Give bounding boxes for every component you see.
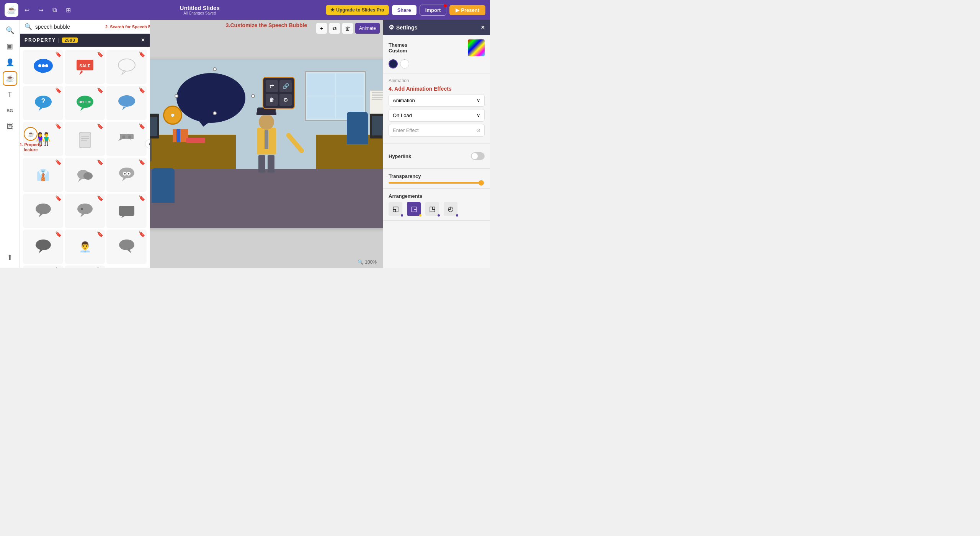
- background-icon-btn[interactable]: BG: [3, 103, 17, 118]
- topbar: ☕ ↩ ↪ ⧉ ⊞ Untitled Slides All Changes Sa…: [0, 0, 490, 20]
- settings-close-button[interactable]: ×: [481, 24, 485, 31]
- bookmark-icon-4: 🔖: [55, 87, 62, 93]
- text-icon-btn[interactable]: T: [3, 87, 17, 102]
- svg-point-46: [36, 239, 51, 250]
- monitor-right: [370, 114, 383, 138]
- chair-left: [152, 168, 175, 203]
- image-icon-btn[interactable]: 🖼: [3, 119, 17, 134]
- zoom-indicator: 🔍 100%: [358, 259, 377, 265]
- svg-marker-47: [39, 249, 42, 253]
- search-input[interactable]: [35, 24, 102, 30]
- canvas-area: ∧ ∨ + ⧉ 🗑 Animate 3.Customize the Speech…: [150, 20, 383, 268]
- svg-point-5: [45, 64, 48, 67]
- context-menu: ⇄ 🔗 🗑 ⚙: [263, 77, 295, 109]
- color-picker[interactable]: [468, 39, 485, 56]
- play-icon: ▶: [456, 7, 459, 13]
- arrangement-icon-3[interactable]: ◳: [425, 202, 439, 216]
- enter-effect-row[interactable]: Enter Effect ⊘: [389, 124, 485, 137]
- bookmark-icon-18: 🔖: [139, 231, 145, 237]
- grid-item-9[interactable]: 🔖: [106, 122, 147, 156]
- arrangement-icon-2[interactable]: ◲: [407, 202, 421, 216]
- grid-item-11[interactable]: 🔖: [65, 158, 105, 192]
- on-load-value[interactable]: On Load ∨: [389, 109, 485, 122]
- grid-item-15[interactable]: 🔖: [106, 194, 147, 228]
- svg-point-37: [128, 173, 129, 174]
- svg-rect-20: [79, 132, 91, 148]
- duplicate-button[interactable]: ⧉: [49, 5, 60, 15]
- transparency-slider-track: [389, 182, 485, 184]
- save-status: All Changes Saved: [183, 11, 216, 15]
- svg-marker-43: [80, 213, 84, 217]
- grid-item-18[interactable]: 🔖: [106, 230, 147, 264]
- search-bar: 🔍 2. Search for Speech Bubble ×: [20, 20, 150, 34]
- grid-item-20[interactable]: 🔖: [65, 266, 105, 268]
- ctx-settings-button[interactable]: ⚙: [279, 94, 292, 106]
- grid-item-1[interactable]: 🔖: [23, 50, 63, 84]
- transparency-slider-thumb[interactable]: [479, 180, 484, 186]
- color-swatch-dark[interactable]: [389, 59, 398, 68]
- grid-item-12[interactable]: 🔖: [106, 158, 147, 192]
- notification-dot: [444, 4, 447, 7]
- on-load-chevron: ∨: [477, 112, 480, 118]
- grid-item-6[interactable]: 🔖: [106, 86, 147, 120]
- grid-item-10[interactable]: 🔖 👔: [23, 158, 63, 192]
- svg-marker-14: [39, 107, 42, 111]
- ctx-link-button[interactable]: 🔗: [279, 80, 292, 92]
- hyperlink-toggle-row: Hyperlink: [389, 148, 485, 164]
- property-icon-circle[interactable]: ☕: [24, 127, 38, 141]
- arrangement-icon-1[interactable]: ◱: [389, 202, 402, 216]
- property-feature-label: 1. Property feature: [20, 142, 42, 152]
- property-close-button[interactable]: ×: [141, 37, 145, 44]
- upgrade-button[interactable]: ★ Upgrade to Slides Pro: [326, 5, 389, 15]
- property-label: PROPERTY: [24, 37, 56, 43]
- grid-item-17[interactable]: 🔖 👨‍💼: [65, 230, 105, 264]
- topbar-right: ★ Upgrade to Slides Pro Share Import ▶ P…: [326, 5, 485, 16]
- delete-element-button[interactable]: 🗑: [342, 23, 353, 34]
- undo-button[interactable]: ↩: [21, 5, 32, 15]
- grid-item-13[interactable]: 🔖: [23, 194, 63, 228]
- slide-frame[interactable]: 🕐: [150, 60, 383, 228]
- bookmark-icon-2: 🔖: [97, 51, 103, 57]
- slides-icon-btn[interactable]: ▣: [3, 39, 17, 54]
- search-icon-btn[interactable]: 🔍: [3, 23, 17, 37]
- grid-item-3[interactable]: 🔖: [106, 50, 147, 84]
- present-button[interactable]: ▶ Present: [449, 5, 485, 15]
- speech-bubble-selected[interactable]: [175, 67, 255, 134]
- redo-button[interactable]: ↪: [35, 5, 46, 15]
- wall-document: [370, 90, 383, 115]
- left-iconbar: 🔍 ▣ 👤 ☕ T BG 🖼 ⬆: [0, 20, 20, 268]
- ctx-replace-button[interactable]: ⇄: [266, 80, 278, 92]
- grid-item-19[interactable]: 🔖: [23, 266, 63, 268]
- desk-object-red: [186, 138, 205, 143]
- grid-item-5[interactable]: 🔖 HELLO!: [65, 86, 105, 120]
- people-icon-btn[interactable]: 👤: [3, 55, 17, 70]
- grid-item-16[interactable]: 🔖: [23, 230, 63, 264]
- grid-item-4[interactable]: 🔖 ?: [23, 86, 63, 120]
- on-load-dropdown[interactable]: Animation ∨: [389, 94, 485, 107]
- upload-icon-btn[interactable]: ⬆: [3, 250, 17, 265]
- monitor-stand-right: [382, 130, 383, 138]
- arrangement-icon-4[interactable]: ◴: [444, 202, 457, 216]
- svg-marker-17: [80, 107, 84, 111]
- share-button[interactable]: Share: [392, 5, 416, 15]
- property-header: PROPERTY | 2593 ×: [20, 34, 150, 47]
- desk-right: [316, 135, 383, 169]
- svg-point-31: [83, 172, 93, 180]
- desk-left: [150, 135, 236, 169]
- add-element-button[interactable]: +: [316, 23, 327, 34]
- grid-item-14[interactable]: 🔖: [65, 194, 105, 228]
- grid-item-8[interactable]: 🔖: [65, 122, 105, 156]
- svg-point-36: [124, 173, 126, 174]
- app-logo[interactable]: ☕: [5, 3, 18, 17]
- chair-right: [347, 112, 368, 144]
- grid-item-2[interactable]: 🔖 SALE: [65, 50, 105, 84]
- bookmark-icon-12: 🔖: [139, 159, 145, 165]
- grid-button[interactable]: ⊞: [63, 5, 74, 15]
- import-button[interactable]: Import: [420, 5, 446, 16]
- ctx-delete-button[interactable]: 🗑: [266, 94, 278, 106]
- color-swatch-white[interactable]: [400, 59, 409, 68]
- hyperlink-toggle[interactable]: [471, 152, 485, 160]
- copy-element-button[interactable]: ⧉: [329, 23, 340, 34]
- animate-button[interactable]: Animate: [355, 23, 380, 34]
- property-icon-btn[interactable]: ☕: [3, 71, 17, 86]
